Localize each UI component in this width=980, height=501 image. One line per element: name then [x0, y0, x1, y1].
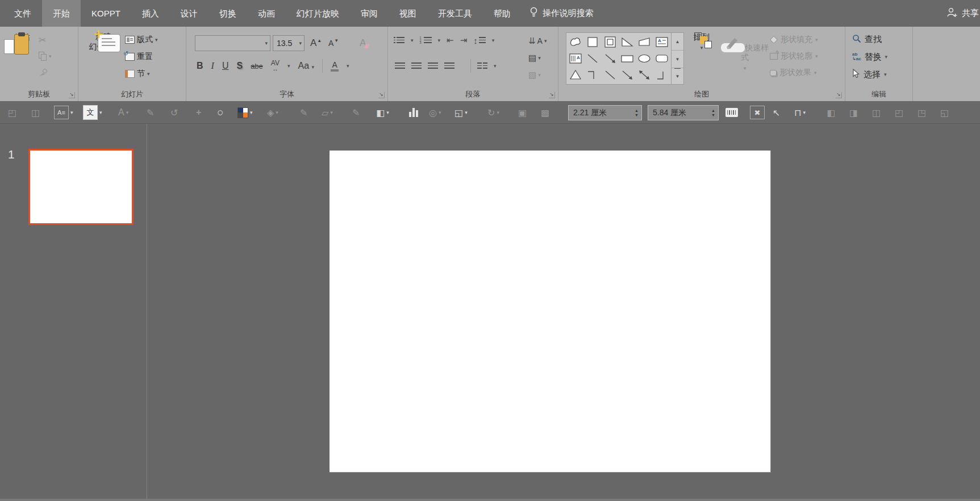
slide-thumbnail-1[interactable] — [28, 149, 134, 225]
numbering-caret[interactable]: ▾ — [438, 37, 441, 43]
font-size-combo[interactable]: 13.5 ▾ — [273, 35, 305, 51]
swap-picture-button[interactable]: ◳ — [918, 106, 926, 119]
font-size-value[interactable]: 13.5 — [273, 39, 299, 48]
shape-vertical-text-box[interactable]: A — [568, 52, 583, 65]
clear-formatting-button[interactable]: A — [360, 35, 369, 51]
clipboard-dialog-launcher[interactable]: ↘ — [69, 92, 75, 98]
shape-width-value[interactable]: 5.84 厘米 — [648, 108, 711, 118]
slide-canvas[interactable] — [330, 151, 771, 473]
font-size-caret[interactable]: ▾ — [299, 40, 304, 46]
layout-button[interactable]: 版式▾ — [125, 34, 158, 46]
shape-triangle[interactable] — [568, 69, 583, 81]
char-spacing-caret[interactable]: ▾ — [287, 63, 290, 69]
shapes-more-button[interactable]: ▼ — [674, 68, 681, 84]
share-button[interactable]: 共享 — [946, 0, 980, 27]
text-box-style-caret[interactable]: ▾ — [70, 110, 73, 115]
align-left-objects-button[interactable]: ◧ — [827, 106, 835, 119]
smartart-button[interactable]: ▧▾ — [528, 68, 547, 81]
shape-double-arrow[interactable] — [637, 69, 652, 81]
columns-button[interactable] — [477, 62, 487, 70]
shape-elbow-connector-1[interactable] — [585, 69, 600, 81]
grow-font-button[interactable]: A▲ — [310, 35, 322, 51]
shape-width-input[interactable]: 5.84 厘米 ▲▼ — [648, 105, 719, 120]
shape-width-stepper[interactable]: ▲▼ — [711, 108, 718, 118]
tab-view[interactable]: 视图 — [389, 0, 427, 27]
font-name-combo[interactable]: ▾ — [195, 35, 270, 51]
shape-fill-button[interactable]: 形状填充▾ — [770, 34, 818, 46]
columns-caret[interactable]: ▾ — [494, 63, 497, 69]
find-button[interactable]: 查找 — [852, 32, 887, 46]
dimension-caret[interactable]: ▾ — [803, 110, 806, 115]
reset-picture-button[interactable]: ↺ — [170, 106, 178, 119]
shape-right-triangle[interactable] — [620, 36, 635, 48]
shape-rounded-rectangle[interactable] — [654, 52, 669, 65]
line-spacing-button[interactable]: ↕ — [473, 36, 486, 45]
shape-height-value[interactable]: 2.21 厘米 — [569, 108, 635, 118]
shape-fill-quick-button[interactable]: ◈▾ — [267, 106, 278, 119]
eyedropper-button-3[interactable]: ✎ — [352, 106, 360, 119]
align-right-button[interactable] — [428, 62, 438, 70]
drawing-dialog-launcher[interactable]: ↘ — [836, 92, 842, 98]
replace-button[interactable]: ab↳ac 替换 ▾ — [852, 50, 887, 64]
underline-button[interactable]: U — [222, 61, 229, 71]
placeholder-anchor-button[interactable]: ◰ — [8, 106, 16, 119]
merge-shapes-caret[interactable]: ▾ — [465, 110, 468, 115]
text-box-style-button[interactable]: A≡▾ — [54, 106, 73, 119]
numbering-button[interactable]: 123 — [420, 36, 432, 44]
justify-button[interactable] — [444, 62, 454, 70]
bring-forward-button[interactable]: ▣ — [518, 106, 527, 119]
align-objects-button[interactable]: ◧▾ — [376, 106, 389, 119]
oval-tool-button[interactable]: ○ — [217, 106, 223, 119]
font-color-quick-button[interactable]: A▾ — [118, 106, 128, 119]
select-button[interactable]: 选择 ▾ — [852, 68, 887, 81]
shape-frame[interactable] — [603, 36, 618, 48]
shape-elbow-connector-2[interactable] — [654, 69, 669, 81]
tab-design[interactable]: 设计 — [170, 0, 208, 27]
tab-insert[interactable]: 插入 — [131, 0, 170, 27]
tab-koppt[interactable]: KOPPT — [81, 0, 131, 27]
shape-arrow[interactable] — [603, 52, 618, 65]
shape-outline-button[interactable]: 形状轮廓▾ — [770, 50, 818, 62]
font-color-caret[interactable]: ▾ — [347, 63, 349, 69]
shape-rectangle-2[interactable] — [620, 52, 635, 65]
shapes-scroll-up[interactable]: ▲ — [672, 33, 683, 51]
align-text-button[interactable]: ▤▾ — [528, 51, 547, 64]
paste-button[interactable]: 粘贴 ▾ — [6, 32, 39, 52]
font-color-button[interactable]: A — [331, 61, 339, 72]
combine-shapes-button[interactable]: ◎▾ — [429, 106, 441, 119]
italic-button[interactable]: I — [211, 61, 214, 71]
shape-arrow-2[interactable] — [620, 69, 635, 81]
rotate-button[interactable]: ↻▾ — [487, 106, 499, 119]
tab-animations[interactable]: 动画 — [247, 0, 286, 27]
shape-line[interactable] — [585, 52, 600, 65]
panel-divider[interactable] — [147, 124, 147, 499]
shape-height-input[interactable]: 2.21 厘米 ▲▼ — [568, 105, 642, 120]
merge-shapes-button[interactable]: ◱▾ — [454, 106, 468, 119]
tab-transitions[interactable]: 切换 — [208, 0, 247, 27]
tell-me-search[interactable]: 操作说明搜索 — [522, 0, 602, 27]
theme-colors-button[interactable]: ▾ — [237, 106, 253, 119]
align-bottom-objects-button[interactable]: ◨ — [849, 106, 858, 119]
new-slide-button[interactable]: 新建 幻灯片 ▾ — [83, 31, 124, 53]
tab-home[interactable]: 开始 — [42, 0, 81, 27]
tab-help[interactable]: 帮助 — [483, 0, 522, 27]
delete-button[interactable]: ✖ — [750, 106, 765, 119]
change-case-button[interactable]: Aa ▾ — [298, 61, 314, 71]
shape-height-stepper[interactable]: ▲▼ — [635, 108, 641, 118]
add-placeholder-button[interactable]: + — [196, 106, 201, 119]
shape-oval[interactable] — [637, 52, 652, 65]
quick-styles-button[interactable]: 快速样式 ▾ — [720, 32, 770, 73]
copy-button[interactable]: ▾ — [39, 50, 52, 62]
increase-indent-button[interactable]: ⇥ — [460, 35, 468, 45]
bold-button[interactable]: B — [197, 61, 203, 71]
shape-manual-input[interactable] — [637, 36, 652, 48]
tab-slideshow[interactable]: 幻灯片放映 — [286, 0, 350, 27]
theme-colors-caret[interactable]: ▾ — [250, 110, 253, 115]
arrange-button[interactable]: 排列 ▾ — [686, 32, 718, 53]
select-object-button[interactable]: ↖ — [773, 106, 780, 119]
line-spacing-caret[interactable]: ▾ — [492, 37, 495, 43]
bullets-caret[interactable]: ▾ — [411, 37, 414, 43]
reset-button[interactable]: 重置 — [125, 51, 158, 63]
shrink-font-button[interactable]: A▼ — [328, 35, 339, 51]
shape-line-2[interactable] — [603, 69, 618, 81]
